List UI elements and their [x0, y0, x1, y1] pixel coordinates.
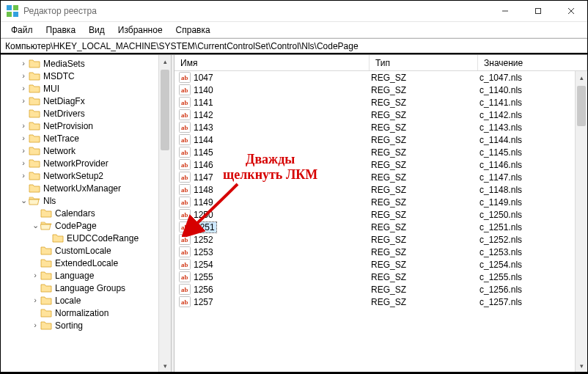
value-row[interactable]: 1254REG_SZc_1254.nls: [174, 258, 575, 271]
string-value-icon: [179, 284, 191, 295]
expand-closed-icon[interactable]: ›: [18, 159, 29, 167]
tree-node-label: NetProvision: [43, 121, 93, 131]
value-name: 1140: [194, 85, 213, 95]
value-row[interactable]: 1140REG_SZc_1140.nls: [174, 84, 575, 96]
tree-node[interactable]: ›NetProvision: [1, 120, 158, 132]
tree-node[interactable]: ›Sorting: [1, 319, 158, 331]
address-bar[interactable]: Компьютер\HKEY_LOCAL_MACHINE\SYSTEM\Curr…: [1, 38, 587, 54]
column-value[interactable]: Значение: [478, 55, 587, 70]
folder-icon: [29, 183, 40, 194]
value-row[interactable]: 1144REG_SZc_1144.nls: [174, 133, 575, 146]
expand-closed-icon[interactable]: ›: [18, 84, 29, 92]
value-type: REG_SZ: [370, 98, 478, 108]
tree-node[interactable]: ExtendedLocale: [1, 257, 158, 269]
expand-closed-icon[interactable]: ›: [18, 97, 29, 105]
value-type: REG_SZ: [370, 235, 478, 245]
value-list[interactable]: 1047REG_SZc_1047.nls1140REG_SZc_1140.nls…: [174, 71, 575, 372]
folder-icon: [29, 108, 40, 120]
expand-closed-icon[interactable]: ›: [18, 147, 29, 155]
list-scrollbar[interactable]: ▴ ▾: [575, 71, 587, 372]
scroll-down-icon[interactable]: ▾: [159, 359, 171, 372]
menu-view[interactable]: Вид: [83, 23, 111, 37]
window-controls: [488, 1, 587, 21]
value-row[interactable]: 1145REG_SZc_1145.nls: [174, 146, 575, 158]
tree-node[interactable]: ⌄Nls: [1, 194, 158, 207]
tree-scrollbar[interactable]: ▴ ▾: [158, 55, 171, 372]
folder-icon: [40, 270, 52, 282]
value-name-cell: 1257: [174, 296, 370, 307]
scroll-thumb[interactable]: [161, 70, 169, 150]
tree-node[interactable]: Normalization: [1, 307, 158, 319]
tree-node[interactable]: ›Network: [1, 144, 158, 157]
tree-node[interactable]: Language Groups: [1, 282, 158, 294]
value-row[interactable]: 1146REG_SZc_1146.nls: [174, 158, 575, 171]
expand-closed-icon[interactable]: ›: [18, 72, 29, 80]
close-button[interactable]: [554, 1, 587, 21]
expand-closed-icon[interactable]: ›: [30, 296, 40, 304]
column-type[interactable]: Тип: [370, 55, 478, 70]
tree-node[interactable]: ›NetTrace: [1, 132, 158, 144]
value-row[interactable]: 1143REG_SZc_1143.nls: [174, 121, 575, 133]
string-value-icon: [179, 134, 191, 145]
value-type: REG_SZ: [370, 222, 478, 232]
value-row[interactable]: 1256REG_SZc_1256.nls: [174, 283, 575, 296]
menu-edit[interactable]: Правка: [40, 23, 82, 37]
menu-file[interactable]: Файл: [5, 23, 39, 37]
expand-closed-icon[interactable]: ›: [18, 134, 29, 142]
value-data: c_1147.nls: [478, 172, 575, 183]
value-row[interactable]: 1147REG_SZc_1147.nls: [174, 171, 575, 183]
tree-node[interactable]: ›NetDiagFx: [1, 95, 158, 107]
value-row[interactable]: 1141REG_SZc_1141.nls: [174, 96, 575, 109]
expand-closed-icon[interactable]: ›: [18, 122, 29, 130]
tree-node[interactable]: NetDrivers: [1, 107, 158, 120]
expand-open-icon[interactable]: ⌄: [18, 197, 29, 205]
value-row[interactable]: 1251REG_SZc_1251.nls: [174, 221, 575, 233]
tree-node[interactable]: ›MSDTC: [1, 70, 158, 82]
tree-node[interactable]: ›NetworkProvider: [1, 157, 158, 169]
expand-closed-icon[interactable]: ›: [30, 321, 40, 329]
expand-closed-icon[interactable]: ›: [18, 172, 29, 180]
value-row[interactable]: 1148REG_SZc_1148.nls: [174, 183, 575, 196]
registry-tree[interactable]: ›MediaSets›MSDTC›MUI›NetDiagFxNetDrivers…: [1, 55, 158, 331]
column-name[interactable]: Имя: [174, 55, 370, 70]
value-row[interactable]: 1047REG_SZc_1047.nls: [174, 71, 575, 84]
scroll-down-icon[interactable]: ▾: [576, 359, 587, 372]
tree-node[interactable]: ›MUI: [1, 82, 158, 95]
value-row[interactable]: 1250REG_SZc_1250.nls: [174, 208, 575, 221]
minimize-button[interactable]: [488, 1, 521, 21]
tree-node-label: EUDCCodeRange: [67, 233, 139, 243]
string-value-icon: [179, 197, 191, 208]
value-row[interactable]: 1252REG_SZc_1252.nls: [174, 233, 575, 246]
tree-node-label: NetDiagFx: [43, 96, 85, 106]
tree-node[interactable]: ›Language: [1, 269, 158, 282]
tree-node-label: NetworkProvider: [43, 158, 109, 169]
value-row[interactable]: 1257REG_SZc_1257.nls: [174, 296, 575, 308]
expand-closed-icon[interactable]: ›: [18, 59, 29, 67]
value-data: c_1140.nls: [478, 85, 575, 95]
tree-node[interactable]: EUDCCodeRange: [1, 232, 158, 244]
value-name-cell: 1142: [174, 109, 370, 120]
tree-node[interactable]: NetworkUxManager: [1, 182, 158, 194]
scroll-up-icon[interactable]: ▴: [159, 55, 171, 67]
maximize-button[interactable]: [521, 1, 554, 21]
expand-closed-icon[interactable]: ›: [30, 271, 40, 279]
tree-node[interactable]: ›NetworkSetup2: [1, 169, 158, 182]
value-data: c_1256.nls: [478, 285, 575, 295]
expand-open-icon[interactable]: ⌄: [30, 221, 40, 230]
value-name: 1256: [194, 285, 213, 295]
value-row[interactable]: 1255REG_SZc_1255.nls: [174, 271, 575, 283]
menu-favorites[interactable]: Избранное: [112, 23, 169, 37]
tree-node[interactable]: ›Locale: [1, 294, 158, 307]
scroll-thumb[interactable]: [577, 86, 586, 126]
menu-help[interactable]: Справка: [170, 23, 216, 37]
tree-node[interactable]: ⌄CodePage: [1, 219, 158, 232]
value-type: REG_SZ: [370, 260, 478, 270]
value-row[interactable]: 1253REG_SZc_1253.nls: [174, 246, 575, 258]
tree-node[interactable]: CustomLocale: [1, 244, 158, 257]
value-name-cell: 1141: [174, 97, 370, 108]
value-row[interactable]: 1142REG_SZc_1142.nls: [174, 109, 575, 121]
tree-node[interactable]: ›MediaSets: [1, 57, 158, 70]
tree-node[interactable]: Calendars: [1, 207, 158, 219]
scroll-up-icon[interactable]: ▴: [576, 71, 587, 84]
value-row[interactable]: 1149REG_SZc_1149.nls: [174, 196, 575, 208]
